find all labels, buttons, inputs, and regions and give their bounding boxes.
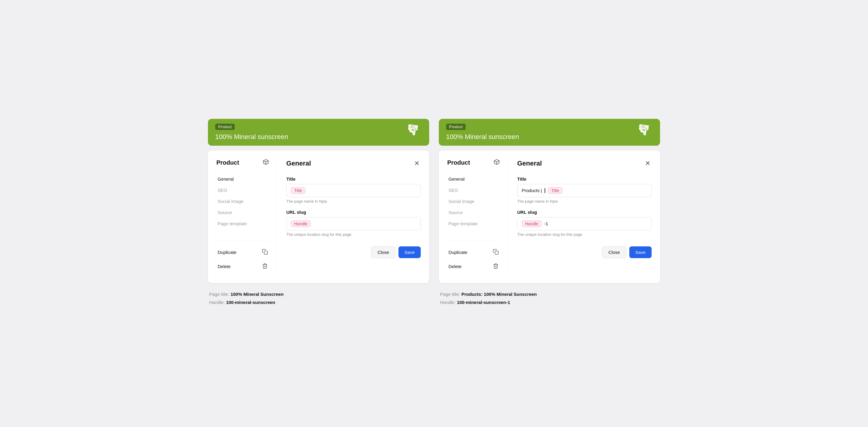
right-slug-group: URL slug Handle -1 The unique location s… — [517, 210, 652, 237]
right-nav-general[interactable]: General — [447, 174, 500, 184]
right-slug-label: URL slug — [517, 210, 652, 215]
left-title-hint: The page name in Nyla — [286, 199, 421, 204]
right-header-card: Product 100% Mineral sunscreen — [439, 119, 660, 146]
right-delete-label: Delete — [448, 264, 461, 269]
left-slug-input[interactable]: Handle — [286, 217, 421, 231]
right-action-delete[interactable]: Delete — [447, 260, 500, 273]
right-header-product-title: 100% Mineral sunscreen — [446, 133, 519, 141]
left-cube-icon — [262, 159, 269, 167]
left-handle-label: Handle: — [209, 300, 225, 305]
left-nav-source[interactable]: Source — [216, 208, 269, 217]
left-sidebar-actions: Duplicate Delete — [216, 246, 269, 273]
right-delete-icon — [493, 263, 499, 270]
left-sidebar-title: Product — [216, 159, 239, 166]
left-duplicate-label: Duplicate — [218, 250, 237, 255]
right-nav-social-image[interactable]: Social image — [447, 196, 500, 206]
left-slug-pill: Handle — [291, 220, 311, 227]
left-header-card: Product 100% Mineral sunscreen — [208, 119, 429, 146]
right-slug-input[interactable]: Handle -1 — [517, 217, 652, 231]
left-panel-wrapper: Product 100% Mineral sunscreen Product — [208, 119, 429, 308]
left-form-panel-header: General ✕ — [286, 159, 421, 168]
left-footer-info: Page title: 100% Mineral Sunscreen Handl… — [208, 288, 429, 308]
left-nav-general[interactable]: General — [216, 174, 269, 184]
right-slug-hint: The unique location slug for this page — [517, 232, 652, 237]
left-sidebar-header: Product — [216, 159, 269, 167]
right-sidebar-nav: General SEO Social image Source Page tem… — [447, 174, 500, 228]
right-footer-info: Page title: Products: 100% Mineral Sunsc… — [439, 288, 660, 308]
right-form-actions: Close Save — [517, 246, 652, 258]
left-footer-page-title: Page title: 100% Mineral Sunscreen — [209, 292, 428, 297]
left-save-button[interactable]: Save — [398, 246, 421, 258]
left-title-input[interactable]: Title — [286, 184, 421, 197]
right-title-prefix: Products | — [522, 188, 542, 193]
right-duplicate-icon — [493, 249, 499, 256]
right-save-button[interactable]: Save — [629, 246, 652, 258]
left-sidebar-divider — [216, 241, 269, 241]
right-content-card: Product General SEO Social image Source — [439, 150, 660, 283]
right-cube-icon — [493, 159, 500, 167]
left-header-product-title: 100% Mineral sunscreen — [215, 133, 288, 141]
left-handle-value: 100-mineral-sunscreen — [226, 300, 275, 305]
left-title-label: Title — [286, 176, 421, 182]
left-page-title-label: Page title: — [209, 292, 229, 297]
left-slug-group: URL slug Handle The unique location slug… — [286, 210, 421, 237]
right-nav-source[interactable]: Source — [447, 208, 500, 217]
right-slug-suffix: -1 — [544, 221, 548, 226]
left-product-badge: Product — [215, 124, 235, 130]
left-duplicate-icon — [262, 249, 268, 256]
right-title-input[interactable]: Products | Title — [517, 184, 652, 197]
svg-rect-1 — [495, 251, 498, 254]
right-action-duplicate[interactable]: Duplicate — [447, 246, 500, 259]
right-nav-page-template[interactable]: Page template — [447, 219, 500, 228]
left-delete-label: Delete — [218, 264, 230, 269]
left-slug-label: URL slug — [286, 210, 421, 215]
svg-rect-0 — [264, 251, 268, 254]
right-title-cursor — [545, 188, 545, 193]
right-form-title: General — [517, 159, 542, 167]
left-sidebar-nav: General SEO Social image Source Page tem… — [216, 174, 269, 228]
right-form-panel-header: General ✕ — [517, 159, 652, 168]
right-footer-handle: Handle: 100-mineral-sunscreen-1 — [440, 300, 659, 305]
left-nav-social-image[interactable]: Social image — [216, 196, 269, 206]
right-sidebar-title: Product — [447, 159, 470, 166]
right-title-pill: Title — [548, 187, 562, 194]
right-footer-page-title: Page title: Products: 100% Mineral Sunsc… — [440, 292, 659, 297]
right-title-group: Title Products | Title The page name in … — [517, 176, 652, 204]
right-sidebar-header: Product — [447, 159, 500, 167]
right-nav-seo[interactable]: SEO — [447, 185, 500, 195]
right-sidebar: Product General SEO Social image Source — [447, 159, 507, 275]
left-slug-hint: The unique location slug for this page — [286, 232, 421, 237]
left-action-duplicate[interactable]: Duplicate — [216, 246, 269, 259]
right-slug-pill: Handle — [522, 220, 541, 227]
right-page-title-value: Products: 100% Mineral Sunscreen — [461, 292, 537, 297]
left-nav-page-template[interactable]: Page template — [216, 219, 269, 228]
right-sidebar-actions: Duplicate Delete — [447, 246, 500, 273]
left-shopify-icon — [407, 124, 422, 140]
right-form-panel: General ✕ Title Products | Title The pag… — [507, 159, 652, 275]
left-form-actions: Close Save — [286, 246, 421, 258]
left-title-pill: Title — [291, 187, 305, 194]
right-close-x-button[interactable]: ✕ — [644, 159, 652, 168]
left-form-panel: General ✕ Title Title The page name in N… — [277, 159, 421, 275]
right-close-button[interactable]: Close — [602, 246, 626, 258]
left-action-delete[interactable]: Delete — [216, 260, 269, 273]
right-title-label: Title — [517, 176, 652, 182]
left-content-card: Product General SEO Social image Source — [208, 150, 429, 283]
left-footer-handle: Handle: 100-mineral-sunscreen — [209, 300, 428, 305]
left-nav-seo[interactable]: SEO — [216, 185, 269, 195]
right-handle-value: 100-mineral-sunscreen-1 — [457, 300, 510, 305]
left-delete-icon — [262, 263, 268, 270]
left-close-button[interactable]: Close — [371, 246, 395, 258]
right-page-title-label: Page title: — [440, 292, 460, 297]
right-header-left: Product 100% Mineral sunscreen — [446, 124, 519, 141]
right-duplicate-label: Duplicate — [448, 250, 467, 255]
right-sidebar-divider — [447, 241, 500, 241]
right-title-hint: The page name in Nyla — [517, 199, 652, 204]
left-form-title: General — [286, 159, 311, 167]
left-title-group: Title Title The page name in Nyla — [286, 176, 421, 204]
left-page-title-value: 100% Mineral Sunscreen — [230, 292, 284, 297]
right-panel-wrapper: Product 100% Mineral sunscreen Product — [439, 119, 660, 308]
left-header-left: Product 100% Mineral sunscreen — [215, 124, 288, 141]
left-sidebar: Product General SEO Social image Source — [216, 159, 277, 275]
left-close-x-button[interactable]: ✕ — [413, 159, 421, 168]
